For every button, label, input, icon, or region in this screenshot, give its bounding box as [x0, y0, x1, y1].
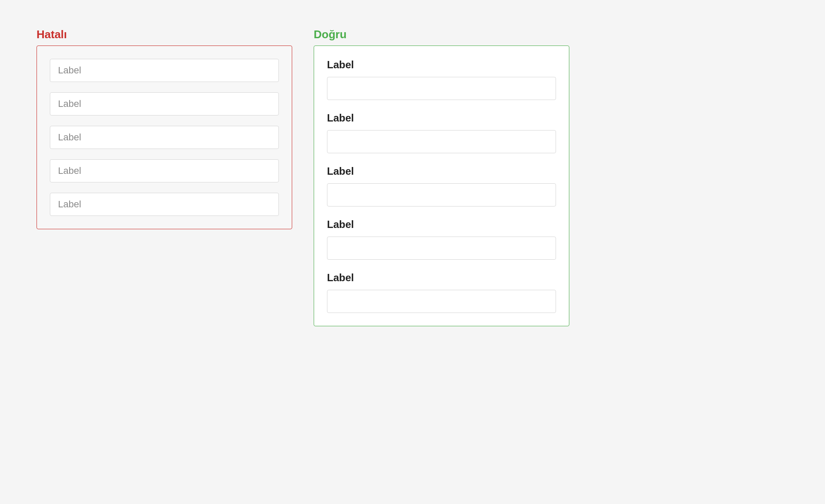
right-input-4[interactable]	[327, 237, 556, 260]
wrong-input-5[interactable]	[50, 193, 279, 216]
wrong-panel	[37, 46, 292, 229]
right-input-3[interactable]	[327, 183, 556, 206]
wrong-input-3[interactable]	[50, 126, 279, 149]
right-heading: Doğru	[314, 28, 569, 41]
wrong-input-4[interactable]	[50, 159, 279, 182]
comparison-container: Hatalı Doğru Label Label Label	[37, 28, 788, 326]
wrong-input-2[interactable]	[50, 92, 279, 115]
right-panel: Label Label Label Label Label	[314, 46, 569, 326]
wrong-column: Hatalı	[37, 28, 292, 326]
right-column: Doğru Label Label Label Label Label	[314, 28, 569, 326]
form-group-5: Label	[327, 272, 556, 313]
form-label-1: Label	[327, 59, 556, 71]
right-input-1[interactable]	[327, 77, 556, 100]
form-label-2: Label	[327, 112, 556, 124]
wrong-input-1[interactable]	[50, 59, 279, 82]
right-input-5[interactable]	[327, 290, 556, 313]
form-group-2: Label	[327, 112, 556, 153]
form-label-4: Label	[327, 219, 556, 231]
form-label-3: Label	[327, 165, 556, 177]
form-group-4: Label	[327, 219, 556, 260]
form-group-3: Label	[327, 165, 556, 206]
right-input-2[interactable]	[327, 130, 556, 153]
form-group-1: Label	[327, 59, 556, 100]
wrong-heading: Hatalı	[37, 28, 292, 41]
form-label-5: Label	[327, 272, 556, 284]
